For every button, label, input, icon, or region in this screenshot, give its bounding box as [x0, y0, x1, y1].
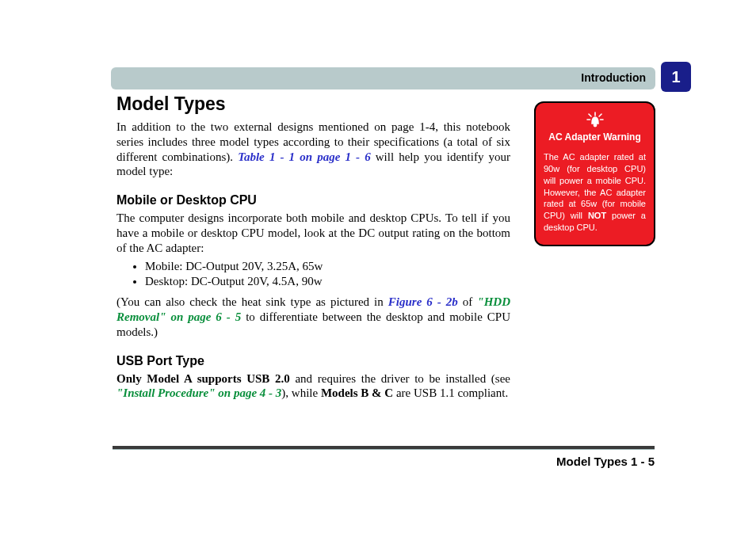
- warning-not: NOT: [588, 211, 606, 220]
- intro-paragraph: In addition to the two external designs …: [116, 120, 510, 179]
- usb-end: are USB 1.1 compliant.: [393, 386, 508, 399]
- heading-usb: USB Port Type: [116, 354, 510, 368]
- chapter-number: 1: [661, 62, 691, 92]
- svg-line-3: [599, 114, 601, 116]
- footer-text: Model Types 1 - 5: [556, 455, 655, 468]
- usb-bold-1: Only Model A supports USB 2.0: [116, 372, 290, 385]
- list-item: Desktop: DC-Output 20V, 4.5A, 90w: [145, 275, 510, 288]
- figure-xref[interactable]: Figure 6 - 2b: [388, 295, 458, 308]
- alert-bell-icon: [585, 111, 605, 128]
- page: Introduction 1 Model Types In addition t…: [0, 0, 756, 533]
- spec-list: Mobile: DC-Output 20V, 3.25A, 65w Deskto…: [145, 260, 510, 288]
- chapter-tab: 1: [661, 62, 691, 92]
- warning-text: The AC adapter rated at 90w (for desktop…: [544, 151, 646, 234]
- header-bar: Introduction: [111, 67, 655, 89]
- cpu-paragraph: The computer designs incorporate both mo…: [116, 211, 510, 255]
- section-title: Introduction: [581, 71, 646, 84]
- list-item: Mobile: DC-Output 20V, 3.25A, 65w: [145, 260, 510, 273]
- body-column: Model Types In addition to the two exter…: [116, 93, 510, 405]
- usb-paragraph: Only Model A supports USB 2.0 and requir…: [116, 371, 510, 402]
- usb-mid: and requires the driver to be installed …: [290, 372, 510, 385]
- usb-bold-2: Models B & C: [321, 386, 393, 399]
- table-xref[interactable]: Table 1 - 1 on page 1 - 6: [238, 150, 370, 163]
- footer-rule: [113, 446, 655, 450]
- note-text-1: (You can also check the heat sink type a…: [116, 295, 388, 308]
- warning-title: AC Adapter Warning: [544, 131, 646, 143]
- heading-cpu: Mobile or Desktop CPU: [116, 193, 510, 207]
- note-of: of: [458, 295, 478, 308]
- svg-point-0: [594, 124, 596, 126]
- install-procedure-xref[interactable]: "Install Procedure" on page 4 - 3: [116, 386, 281, 399]
- page-title: Model Types: [116, 93, 510, 115]
- svg-line-2: [589, 114, 591, 116]
- usb-after: ), while: [281, 386, 321, 399]
- warning-box: AC Adapter Warning The AC adapter rated …: [534, 101, 655, 246]
- cpu-note: (You can also check the heat sink type a…: [116, 295, 510, 339]
